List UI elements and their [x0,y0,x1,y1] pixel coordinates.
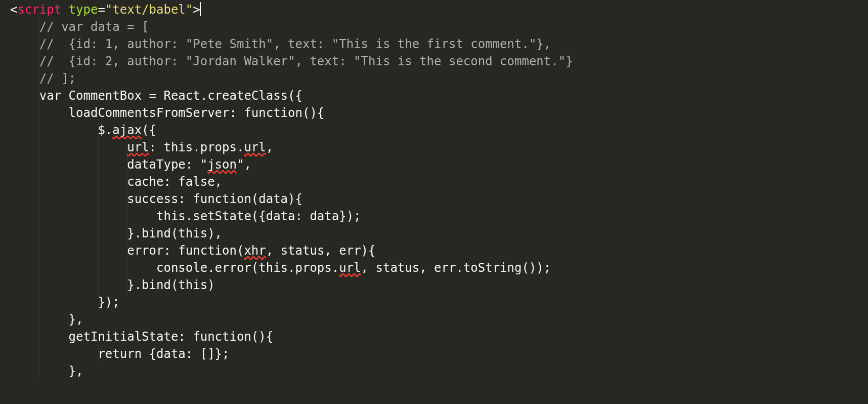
code-token: // {id: 1, author: "Pete Smith", text: "… [39,37,551,51]
code-token: "text/babel" [105,3,193,17]
code-text: }.bind(this) [0,278,215,292]
code-token: return {data: []}; [98,347,229,361]
code-token: }, [69,312,83,327]
code-line[interactable]: cache: false, [0,173,868,190]
code-token: var CommentBox = React.createClass({ [39,89,302,103]
code-token: json [207,157,237,172]
code-token: < [10,3,17,17]
code-text: }, [0,364,83,378]
code-token: url [244,140,266,154]
code-text: // {id: 2, author: "Jordan Walker", text… [0,54,573,68]
code-line[interactable]: // {id: 1, author: "Pete Smith", text: "… [0,35,868,53]
code-token: : this.props. [149,140,244,154]
code-token: }); [98,295,119,309]
code-token: }, [69,364,83,378]
code-text: cache: false, [0,175,222,189]
code-line[interactable]: // {id: 2, author: "Jordan Walker", text… [0,53,868,70]
code-token: success: function(data){ [127,192,302,206]
code-token: , [266,140,273,154]
code-text: return {data: []}; [0,347,229,361]
code-text: $.ajax({ [0,123,156,137]
code-text: // {id: 1, author: "Pete Smith", text: "… [0,37,551,51]
code-line[interactable]: <script type="text/babel"> [0,1,868,18]
code-text: // ]; [0,71,76,86]
code-line[interactable]: url: this.props.url, [0,139,868,156]
code-token: // var data = [ [39,20,149,34]
code-line[interactable]: this.setState({data: data}); [0,208,868,225]
code-token: , status, err.toString()); [361,261,551,275]
code-text: this.setState({data: data}); [0,209,361,223]
code-line[interactable]: var CommentBox = React.createClass({ [0,87,868,104]
code-text: }.bind(this), [0,226,222,240]
code-text: }, [0,312,83,327]
code-text: getInitialState: function(){ [0,330,273,344]
code-line[interactable]: }, [0,362,868,380]
code-line[interactable]: }.bind(this), [0,225,868,242]
code-token: script [17,3,61,17]
code-token: }.bind(this) [127,278,214,292]
code-token: loadCommentsFromServer: function(){ [69,106,325,120]
code-token: , status, err){ [266,244,376,258]
code-line[interactable]: console.error(this.props.url, status, er… [0,259,868,276]
code-token: // {id: 2, author: "Jordan Walker", text… [39,54,573,68]
code-token: = [98,3,105,17]
text-cursor [200,2,201,16]
code-text: }); [0,295,120,309]
code-line[interactable]: }.bind(this) [0,276,868,294]
code-text: dataType: "json", [0,157,251,172]
code-text: console.error(this.props.url, status, er… [0,261,551,275]
code-text: success: function(data){ [0,192,302,206]
code-token: type [69,3,98,17]
code-token: // ]; [39,71,76,86]
code-token: cache: false, [127,175,222,189]
code-token: xhr [244,244,266,258]
code-line[interactable]: error: function(xhr, status, err){ [0,242,868,259]
code-text: var CommentBox = React.createClass({ [0,89,302,103]
code-line[interactable]: // var data = [ [0,18,868,35]
code-line[interactable]: getInitialState: function(){ [0,328,868,345]
code-line[interactable]: // ]; [0,70,868,87]
code-token: dataType: " [127,157,207,172]
code-token: error: function( [127,244,244,258]
code-line[interactable]: }, [0,311,868,328]
code-line[interactable]: $.ajax({ [0,122,868,139]
code-text: // var data = [ [0,20,149,34]
code-token: ", [237,157,251,172]
code-line[interactable]: }); [0,294,868,311]
code-token: ajax [112,123,142,137]
code-line[interactable]: return {data: []}; [0,345,868,362]
code-token: > [193,3,200,17]
code-token: url [127,140,149,154]
code-token: $. [98,123,112,137]
code-line[interactable]: loadCommentsFromServer: function(){ [0,104,868,122]
code-editor[interactable]: <script type="text/babel"> // var data =… [0,0,868,404]
code-text: error: function(xhr, status, err){ [0,244,375,258]
code-line[interactable]: success: function(data){ [0,190,868,208]
code-text: <script type="text/babel"> [0,3,201,17]
code-token [61,3,68,17]
code-token: this.setState({data: data}); [156,209,361,223]
code-token: ({ [142,123,156,137]
code-token: console.error(this.props. [156,261,339,275]
code-line[interactable]: dataType: "json", [0,156,868,173]
code-token: }.bind(this), [127,226,222,240]
code-token: getInitialState: function(){ [69,330,274,344]
code-token: url [339,261,361,275]
code-text: url: this.props.url, [0,140,273,154]
code-text: loadCommentsFromServer: function(){ [0,106,324,120]
